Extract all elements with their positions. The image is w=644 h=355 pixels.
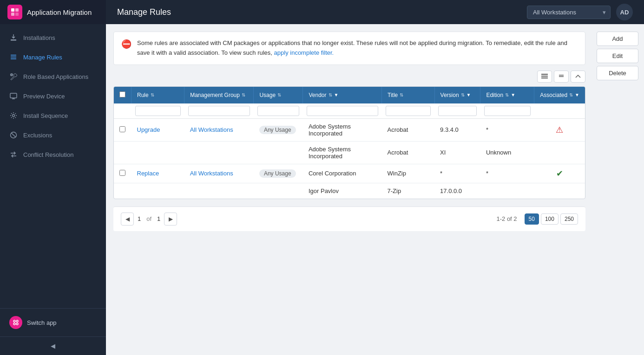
row1b-checkbox-cell	[114, 141, 131, 164]
filter-vendor-input[interactable]	[307, 106, 378, 116]
exchange-icon	[9, 150, 18, 159]
sidebar-item-exclusions[interactable]: Exclusions	[0, 125, 106, 145]
row1-checkbox-cell	[114, 118, 131, 141]
filter-edition-icon[interactable]: ▼	[511, 92, 515, 97]
svg-line-16	[11, 133, 15, 137]
filter-version-input[interactable]	[438, 106, 477, 116]
per-page-100-btn[interactable]: 100	[541, 213, 559, 225]
filter-usage-input[interactable]	[257, 106, 299, 116]
per-page-250-btn[interactable]: 250	[560, 213, 578, 225]
svg-rect-11	[10, 93, 17, 98]
sidebar-item-conflict-resolution[interactable]: Conflict Resolution	[0, 145, 106, 164]
filter-mg-input[interactable]	[188, 106, 250, 116]
row2-mg-link[interactable]: All Workstations	[190, 170, 233, 177]
sidebar-item-installations[interactable]: Installations	[0, 28, 106, 47]
row1-checkbox[interactable]	[119, 126, 125, 132]
row2b-mg	[184, 183, 254, 199]
sidebar-label-manage-rules: Manage Rules	[23, 54, 62, 61]
filter-rule-input[interactable]	[135, 106, 181, 116]
filter-associated-icon[interactable]: ▼	[575, 92, 579, 97]
switch-app-button[interactable]: Switch app	[0, 308, 106, 336]
rules-table: Rule ⇅ Management Group ⇅	[114, 87, 585, 199]
filter-vendor-icon[interactable]: ▼	[334, 92, 339, 97]
row2-checkbox[interactable]	[119, 170, 125, 176]
row1-usage: Any Usage	[254, 118, 303, 141]
row2-title1: WinZip	[382, 164, 435, 183]
right-action-panel: Add Edit Delete	[593, 24, 644, 355]
row1-usage-badge: Any Usage	[259, 126, 296, 134]
expand-btn[interactable]	[571, 71, 585, 83]
th-vendor: Vendor ⇅ ▼	[303, 87, 382, 103]
prev-page-btn[interactable]: ◀	[121, 213, 134, 226]
filter-version-icon[interactable]: ▼	[467, 92, 471, 97]
add-button[interactable]: Add	[597, 32, 638, 46]
filter-title-input[interactable]	[386, 106, 431, 116]
th-title: Title ⇅	[382, 87, 435, 103]
row1-edition1: *	[480, 118, 534, 141]
th-associated-label: Associated	[540, 92, 567, 98]
filter-edition-cell	[480, 103, 534, 119]
row2-status1: ✔	[534, 164, 585, 183]
sidebar-label-exclusions: Exclusions	[23, 132, 52, 139]
sidebar-collapse-btn[interactable]: ◀	[0, 336, 106, 355]
sort-edition-icon: ⇅	[505, 93, 509, 97]
filter-title-cell	[382, 103, 435, 119]
svg-rect-6	[11, 39, 16, 41]
row2b-rule	[131, 183, 184, 199]
workstation-dropdown[interactable]: All Workstations Workstation Group 1 Wor…	[527, 6, 611, 19]
row2-mg: All Workstations	[184, 164, 254, 183]
list-view-btn[interactable]	[537, 71, 552, 83]
row1b-title2: Acrobat	[382, 141, 435, 164]
collapse-btn[interactable]	[554, 71, 569, 83]
svg-rect-7	[11, 55, 16, 56]
th-vendor-label: Vendor	[309, 92, 326, 98]
sidebar-item-role-based[interactable]: Role Based Applications	[0, 67, 106, 86]
row1-version1: 9.3.4.0	[434, 118, 480, 141]
row1-rule-link[interactable]: Upgrade	[137, 126, 160, 133]
svg-rect-0	[11, 8, 14, 12]
filter-row	[114, 103, 585, 119]
row2b-usage	[254, 183, 303, 199]
table-row: Igor Pavlov 7-Zip 17.0.0.0	[114, 183, 585, 199]
list-icon	[9, 53, 18, 61]
sort-title-icon: ⇅	[400, 93, 403, 97]
edit-button[interactable]: Edit	[597, 49, 638, 63]
row2b-vendor2: Igor Pavlov	[303, 183, 382, 199]
switch-app-label: Switch app	[27, 319, 57, 326]
svg-rect-21	[541, 74, 548, 75]
wrench-icon	[9, 72, 18, 81]
sidebar-label-role-based: Role Based Applications	[23, 73, 88, 80]
sidebar-item-preview-device[interactable]: Preview Device	[0, 86, 106, 106]
filter-checkbox-cell	[114, 103, 131, 119]
error-icon: ⛔	[121, 39, 131, 49]
app-title: Application Migration	[27, 8, 92, 16]
svg-rect-8	[11, 57, 16, 58]
sidebar-label-conflict-resolution: Conflict Resolution	[23, 151, 73, 158]
th-version: Version ⇅ ▼	[434, 87, 480, 103]
row1b-mg	[184, 141, 254, 164]
row1-mg: All Workstations	[184, 118, 254, 141]
per-page-50-btn[interactable]: 50	[525, 213, 539, 225]
next-page-btn[interactable]: ▶	[164, 213, 177, 226]
sidebar-item-manage-rules[interactable]: Manage Rules	[0, 47, 106, 67]
row1-mg-link[interactable]: All Workstations	[190, 126, 233, 133]
topbar: Manage Rules All Workstations Workstatio…	[106, 0, 644, 24]
row2-rule-link[interactable]: Replace	[137, 170, 159, 177]
row1b-rule	[131, 141, 184, 164]
sidebar-nav: Installations Manage Rules	[0, 24, 106, 308]
content-area: ⛔ Some rules are associated with CM pack…	[106, 24, 593, 355]
filter-edition-input[interactable]	[484, 106, 531, 116]
table-body: Upgrade All Workstations Any Usage Adobe…	[114, 118, 585, 199]
alert-banner: ⛔ Some rules are associated with CM pack…	[113, 32, 585, 65]
delete-button[interactable]: Delete	[597, 66, 638, 80]
sort-rule-icon: ⇅	[151, 93, 154, 97]
svg-point-18	[16, 320, 18, 322]
user-avatar: AD	[616, 4, 633, 20]
row1-vendor1: Adobe Systems Incorporated	[303, 118, 382, 141]
sidebar-label-installations: Installations	[23, 34, 55, 41]
th-rule: Rule ⇅	[131, 87, 184, 103]
row2b-title2: 7-Zip	[382, 183, 435, 199]
sidebar-item-install-sequence[interactable]: Install Sequence	[0, 106, 106, 125]
select-all-checkbox[interactable]	[119, 91, 125, 97]
alert-link[interactable]: apply incomplete filter.	[274, 49, 334, 56]
